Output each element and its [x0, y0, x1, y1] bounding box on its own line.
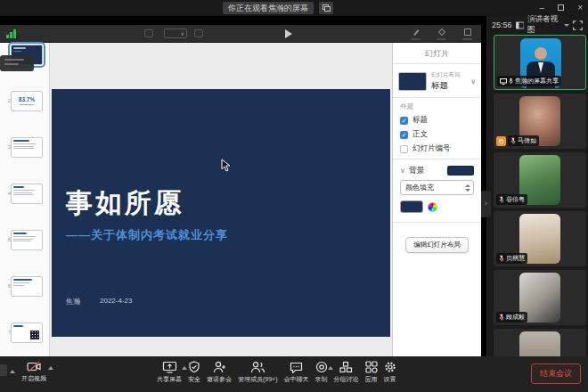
checkbox-checked-icon[interactable]: ✓ [400, 117, 408, 125]
manage-members-button[interactable]: 管理成员(99+) [238, 361, 278, 384]
insert-icon[interactable] [194, 29, 203, 37]
layout-section-label: 幻灯片布局 [431, 71, 461, 79]
toolbar-label: 录制 [315, 375, 328, 384]
chevron-up-icon[interactable] [10, 370, 15, 373]
security-button[interactable]: 安全 [188, 361, 200, 384]
fill-type-value: 颜色填充 [405, 183, 434, 192]
chevron-down-icon [564, 24, 569, 27]
format-inspector-panel: 幻灯片 幻灯片布局 标题 ∨ 外观 ✓ 标题 ✓ 正文 [392, 43, 481, 356]
play-button[interactable] [285, 29, 292, 38]
participant-tile[interactable]: 贝柄慧 [494, 211, 586, 266]
breakout-rooms-button[interactable]: 分组讨论 [334, 361, 359, 384]
slide-meta: 焦瀚 2022-4-23 [66, 297, 132, 306]
chat-bubble-icon [290, 361, 303, 373]
windows-switch-icon[interactable] [319, 2, 333, 14]
divider [393, 97, 481, 98]
participant-tile[interactable]: 马倩如 [494, 94, 586, 149]
apps-button[interactable]: 应用 [365, 361, 378, 384]
disclosure-chevron-icon[interactable]: ∨ [400, 167, 405, 175]
checkbox-slide-number-row[interactable]: 幻灯片编号 [400, 143, 474, 154]
fill-type-select[interactable]: 颜色填充 [400, 180, 474, 195]
slide-canvas[interactable]: 事如所愿 ——关于体制内考试就业分享 焦瀚 2022-4-23 [50, 43, 392, 356]
participant-tile-partial[interactable] [494, 329, 586, 356]
divider [393, 222, 481, 223]
zoom-dropdown[interactable]: ∨ [164, 29, 187, 38]
checkbox-body-label: 正文 [412, 129, 428, 140]
divider [393, 159, 481, 159]
avatar [519, 331, 560, 356]
participant-tile-sharing[interactable]: 焦瀚的屏幕共享 [494, 35, 586, 90]
slide-author: 焦瀚 [66, 297, 80, 306]
slide-layout-dropdown[interactable]: 幻灯片布局 标题 ∨ [398, 71, 476, 92]
checkbox-unchecked-icon[interactable] [400, 145, 408, 153]
toolbar-label: 会中聊天 [284, 375, 309, 384]
color-wheel-icon[interactable] [428, 202, 437, 212]
chat-button[interactable]: 会中聊天 [284, 361, 309, 384]
current-slide[interactable]: 事如所愿 ——关于体制内考试就业分享 焦瀚 2022-4-23 [52, 89, 390, 337]
view-mode-selector[interactable]: 演讲者视图 [527, 14, 560, 36]
maximize-button[interactable] [558, 4, 564, 11]
edit-slide-layout-button[interactable]: 编辑幻灯片布局 [405, 237, 469, 253]
inspector-title: 幻灯片 [393, 43, 481, 64]
slide-thumb-2[interactable]: 83.7% [11, 91, 43, 111]
video-toggle-button[interactable]: 开启视频 [21, 361, 46, 383]
slide-thumb-4[interactable] [11, 184, 43, 204]
mouse-cursor [221, 159, 232, 173]
checkbox-checked-icon[interactable]: ✓ [400, 131, 408, 139]
chevron-up-icon[interactable] [48, 366, 53, 370]
meeting-timer: 25:56 [492, 20, 512, 29]
background-label: 背景 [409, 165, 425, 176]
settings-button[interactable]: 设置 [384, 361, 396, 384]
participant-tile[interactable]: 顾成毅 [494, 270, 586, 325]
meeting-toolbar: 开启视频 共享屏幕 安全 [0, 356, 588, 392]
slide-number: 2 [4, 98, 11, 103]
screen-share-icon [500, 78, 507, 85]
fullscreen-icon[interactable] [573, 20, 583, 30]
slide-thumb-3[interactable] [11, 137, 43, 158]
background-color-swatch[interactable] [447, 166, 474, 176]
checkbox-title-row[interactable]: ✓ 标题 [400, 115, 474, 126]
chevron-up-icon[interactable] [182, 366, 187, 370]
participant-name: 谷倍粤 [506, 195, 525, 204]
share-screen-button[interactable]: 共享屏幕 [157, 361, 182, 384]
watching-banner-bar: 你正在观看焦瀚的屏幕 – × [0, 0, 588, 16]
minimize-button[interactable]: – [540, 3, 545, 12]
keynote-window: ∨ [0, 25, 481, 356]
checkbox-body-row[interactable]: ✓ 正文 [400, 129, 474, 140]
participant-name: 马倩如 [518, 136, 536, 145]
breakout-blocks-icon [339, 361, 353, 373]
gear-icon [384, 361, 396, 373]
participant-tile[interactable]: 谷倍粤 [494, 152, 586, 208]
slide-number: 7 [4, 330, 11, 335]
hand-raised-icon [496, 136, 506, 146]
share-indicator-overlay [0, 55, 34, 71]
slide-number: 4 [4, 191, 11, 196]
slide-thumb-5[interactable] [11, 230, 43, 250]
fill-color-well[interactable] [400, 200, 423, 213]
mic-button-partial[interactable] [0, 364, 7, 376]
document-tab[interactable] [462, 28, 472, 40]
chevron-up-icon[interactable] [328, 366, 333, 370]
thumb-percentage: 83.7% [13, 96, 40, 102]
video-button-label: 开启视频 [21, 374, 46, 383]
slide-thumb-7[interactable] [11, 323, 43, 343]
slide-thumbnail-sidebar: 1 2 83.7% 3 4 [0, 43, 50, 356]
end-meeting-button[interactable]: 结束会议 [531, 363, 581, 384]
appearance-label: 外观 [400, 102, 481, 111]
share-screen-icon [162, 361, 177, 373]
camera-off-icon [27, 361, 42, 372]
panel-collapse-handle[interactable]: › [481, 191, 491, 217]
stepper-icon[interactable] [465, 184, 470, 192]
meeting-window: 你正在观看焦瀚的屏幕 – × ∨ [0, 0, 588, 392]
format-tab[interactable] [411, 28, 421, 40]
slide-number: 3 [4, 144, 11, 150]
mic-muted-icon [510, 137, 516, 144]
background-section-header[interactable]: ∨ 背景 [400, 165, 474, 176]
record-button[interactable]: 录制 [315, 361, 328, 384]
invite-button[interactable]: 邀请参会 [207, 361, 232, 384]
close-button[interactable]: × [577, 3, 583, 12]
toolbar-label: 设置 [384, 375, 396, 384]
view-menu-icon[interactable] [144, 29, 153, 37]
slide-thumb-6[interactable] [11, 276, 43, 297]
animate-tab[interactable] [437, 28, 446, 40]
